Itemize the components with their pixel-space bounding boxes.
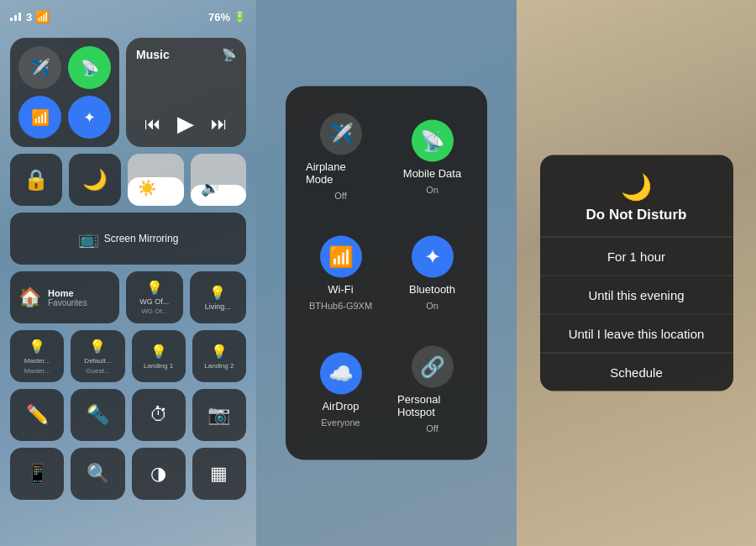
status-bar: 3 📶 76% 🔋: [10, 10, 246, 24]
battery-label: 76%: [208, 11, 230, 24]
dnd-option-location[interactable]: Until I leave this location: [540, 315, 733, 353]
airplane-icon: ✈️: [29, 58, 50, 78]
battery-icon: 🔋: [234, 11, 246, 23]
bluetooth-icon: ✦: [83, 108, 96, 127]
dnd-title: Do Not Disturb: [586, 207, 687, 223]
landing1-button[interactable]: 💡 Landing 1: [132, 330, 186, 382]
master-label: Master...: [24, 357, 50, 365]
camera-button[interactable]: 📷: [192, 389, 246, 441]
exp-bluetooth-icon: ✦: [412, 236, 454, 278]
exp-hotspot-tile[interactable]: 🔗 Personal Hotspot Off: [391, 333, 474, 447]
master-icon: 💡: [29, 339, 45, 354]
exp-bluetooth-name: Bluetooth: [409, 283, 455, 296]
carrier-label: 3: [26, 11, 32, 24]
brightness-slider[interactable]: ☀️: [128, 154, 184, 206]
master-sub: Master...: [24, 367, 50, 375]
exp-airdrop-name: AirDrop: [322, 399, 359, 412]
magnifier-icon: 🔍: [87, 463, 109, 485]
exp-bluetooth-status: On: [426, 301, 438, 311]
bluetooth-button[interactable]: ✦: [68, 96, 111, 139]
dnd-popup: 🌙 Do Not Disturb For 1 hour Until this e…: [540, 155, 733, 391]
note-icon: ✏️: [26, 404, 49, 426]
scan-icon: ▦: [210, 463, 228, 485]
darkmode-icon: ◑: [150, 463, 166, 485]
airplay-icon[interactable]: 📡: [222, 48, 236, 61]
screen-mirror-row: 📺 Screen Mirroring: [10, 213, 246, 265]
exp-airplane-tile[interactable]: ✈️ Airplane Mode Off: [299, 100, 382, 214]
landing2-icon: 💡: [211, 344, 228, 360]
exp-bluetooth-tile[interactable]: ✦ Bluetooth On: [391, 223, 474, 324]
wg-label: WG Of...: [139, 297, 169, 306]
remote-icon: 📱: [26, 463, 49, 485]
default-button[interactable]: 💡 Default... Guest...: [71, 330, 124, 382]
signal-bar-1: [10, 18, 13, 21]
music-controls: ⏮ ▶ ⏭: [136, 111, 236, 137]
exp-hotspot-icon: 🔗: [412, 346, 454, 388]
panel-expanded: ✈️ Airplane Mode Off 📡 Mobile Data On 📶 …: [256, 0, 517, 546]
second-row: 🔒 🌙 ☀️ 🔊: [10, 154, 246, 206]
exp-mobile-tile[interactable]: 📡 Mobile Data On: [391, 100, 474, 214]
home-button[interactable]: 🏠 Home Favourites: [10, 271, 119, 323]
exp-mobile-name: Mobile Data: [403, 166, 461, 179]
exp-airplane-status: Off: [334, 191, 346, 201]
home-row: 🏠 Home Favourites 💡 WG Of... WG Of... 💡 …: [10, 271, 246, 323]
signal-bar-3: [18, 13, 21, 21]
prev-button[interactable]: ⏮: [144, 114, 161, 134]
moon-icon: 🌙: [82, 168, 108, 192]
dnd-schedule-button[interactable]: Schedule: [540, 353, 733, 391]
home-text: Home Favourites: [48, 288, 87, 307]
dnd-options: For 1 hour Until this evening Until I le…: [540, 237, 733, 353]
dnd-moon-icon: 🌙: [621, 172, 652, 202]
volume-slider[interactable]: 🔊: [191, 154, 247, 206]
scan-button[interactable]: ▦: [192, 448, 246, 500]
wg-sub: WG Of...: [141, 307, 167, 315]
screen-mirror-label: Screen Mirroring: [104, 233, 179, 244]
master-button[interactable]: 💡 Master... Master...: [10, 330, 64, 382]
living-icon: 💡: [209, 285, 226, 301]
default-label: Default...: [84, 357, 111, 365]
remote-button[interactable]: 📱: [10, 448, 64, 500]
home-icon: 🏠: [18, 286, 41, 308]
exp-wifi-icon: 📶: [320, 236, 362, 278]
darkmode-button[interactable]: ◑: [132, 448, 186, 500]
airplane-button[interactable]: ✈️: [18, 46, 61, 89]
magnifier-button[interactable]: 🔍: [71, 448, 124, 500]
living-button[interactable]: 💡 Living...: [190, 271, 247, 323]
screen-lock-button[interactable]: 🔒: [10, 154, 62, 206]
signal-bars: [10, 13, 21, 21]
torch-button[interactable]: 🔦: [71, 389, 124, 441]
music-title: Music: [136, 48, 170, 61]
dnd-header: 🌙 Do Not Disturb: [540, 155, 733, 237]
dnd-option-evening[interactable]: Until this evening: [540, 276, 733, 315]
exp-wifi-tile[interactable]: 📶 Wi-Fi BTHub6-G9XM: [299, 223, 382, 324]
next-button[interactable]: ⏭: [211, 114, 228, 134]
exp-airplane-name: Airplane Mode: [306, 160, 375, 186]
play-button[interactable]: ▶: [177, 111, 194, 137]
exp-airdrop-status: Everyone: [321, 417, 360, 427]
exp-wifi-status: BTHub6-G9XM: [309, 301, 372, 311]
status-right: 76% 🔋: [208, 11, 246, 24]
devices-row: 💡 Master... Master... 💡 Default... Guest…: [10, 330, 246, 382]
wg-of-button[interactable]: 💡 WG Of... WG Of...: [126, 271, 183, 323]
timer-button[interactable]: ⏱: [132, 389, 186, 441]
living-label: Living...: [205, 302, 231, 311]
exp-airplane-icon: ✈️: [320, 113, 362, 155]
dnd-option-1hour[interactable]: For 1 hour: [540, 238, 733, 276]
default-sub: Guest...: [86, 367, 109, 375]
wifi-icon: 📶: [35, 10, 50, 24]
note-button[interactable]: ✏️: [10, 389, 64, 441]
exp-airdrop-tile[interactable]: ☁️ AirDrop Everyone: [299, 333, 382, 447]
landing2-button[interactable]: 💡 Landing 2: [192, 330, 246, 382]
do-not-disturb-button[interactable]: 🌙: [69, 154, 121, 206]
music-block: Music 📡 ⏮ ▶ ⏭: [126, 38, 246, 147]
screen-mirror-button[interactable]: 📺 Screen Mirroring: [10, 213, 246, 265]
cellular-button[interactable]: 📡: [68, 46, 111, 89]
landing2-label: Landing 2: [204, 362, 234, 370]
home-sub: Favourites: [48, 298, 87, 307]
wifi-button[interactable]: 📶: [18, 96, 61, 139]
status-left: 3 📶: [10, 10, 50, 24]
camera-icon: 📷: [207, 404, 230, 426]
cellular-icon: 📡: [81, 59, 99, 77]
landing1-icon: 💡: [150, 344, 167, 360]
wifi-btn-icon: 📶: [31, 108, 50, 127]
